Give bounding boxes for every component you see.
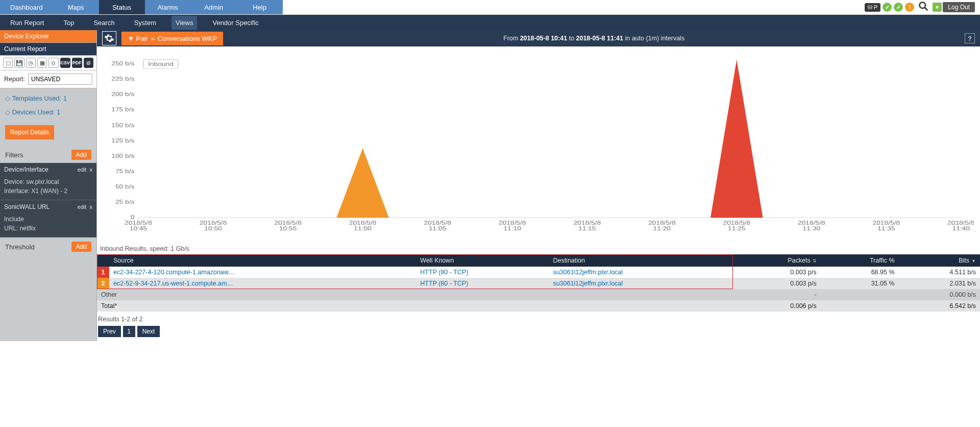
menu-search[interactable]: Search [89, 16, 118, 30]
pager-text: Results 1-2 of 2 [98, 316, 979, 323]
status-pill[interactable]: ⛁ P [865, 3, 880, 12]
layout: Device Explorer Current Report ▢ 💾 ◷ ▦ ⎙… [0, 30, 980, 341]
tab-alarms[interactable]: Alarms [145, 0, 191, 14]
source-cell[interactable]: ec2-34-227-4-120.compute-1.amazonaw… [109, 267, 416, 278]
filters-title: Filters [5, 151, 23, 159]
tb-save-icon[interactable]: 💾 [14, 58, 24, 68]
svg-text:11:00: 11:00 [354, 226, 372, 232]
results-table-wrap: Source Well Known Destination Packets⇅ T… [97, 254, 980, 312]
table-row[interactable]: 1ec2-34-227-4-120.compute-1.amazonaw…HTT… [97, 267, 980, 278]
col-rank[interactable] [97, 254, 109, 267]
filter-device-interface: Device/Interface edit x Device: sw.plxr.… [0, 163, 96, 200]
col-destination[interactable]: Destination [549, 254, 733, 267]
tb-print-icon[interactable]: ⎙ [48, 58, 58, 68]
report-label: Report: [4, 76, 25, 83]
menu-run-report[interactable]: Run Report [6, 16, 48, 30]
range-from: From [503, 35, 518, 42]
col-traffic[interactable]: Traffic % [821, 254, 899, 267]
path-sep: » [151, 35, 155, 42]
svg-text:2018/5/8: 2018/5/8 [200, 220, 227, 226]
source-cell[interactable]: ec2-52-9-34-217.us-west-1.compute.am… [109, 278, 416, 289]
dest-cell[interactable]: su3061l12jeffm.plxr.local [549, 267, 733, 278]
status-ok2-icon[interactable]: ✓ [894, 3, 903, 12]
filter-0-close-icon[interactable]: x [90, 167, 93, 173]
path-prefix: ▼ Pair [128, 35, 148, 42]
tab-maps[interactable]: Maps [53, 0, 99, 14]
svg-text:10:50: 10:50 [204, 226, 222, 232]
svg-text:2018/5/8: 2018/5/8 [873, 220, 900, 226]
tab-help[interactable]: Help [237, 0, 283, 14]
report-path-chip[interactable]: ▼ Pair » Conversations WKP [121, 32, 223, 45]
svg-text:2018/5/8: 2018/5/8 [424, 220, 451, 226]
pager-page-1-button[interactable]: 1 [123, 326, 135, 337]
svg-text:125 b/s: 125 b/s [111, 137, 134, 144]
filter-1-close-icon[interactable]: x [90, 204, 93, 210]
filter-0-edit[interactable]: edit [78, 167, 87, 173]
tb-pdf-icon[interactable]: PDF [72, 58, 82, 68]
menubar: Run Report Top Search System Views Vendo… [0, 15, 980, 30]
tab-dashboard[interactable]: Dashboard [0, 0, 53, 14]
col-bits[interactable]: Bits▼ [899, 254, 980, 267]
menu-system[interactable]: System [130, 16, 160, 30]
threshold-title: Threshold [5, 243, 35, 251]
help-icon[interactable]: ? [965, 33, 975, 43]
svg-text:225 b/s: 225 b/s [111, 76, 134, 82]
col-source[interactable]: Source [109, 254, 416, 267]
templates-used-row[interactable]: ◇ Templates Used: 1 [0, 88, 96, 108]
sidebar-device-explorer[interactable]: Device Explorer [0, 30, 96, 43]
tb-new-icon[interactable]: ▢ [3, 58, 13, 68]
tab-admin[interactable]: Admin [191, 0, 237, 14]
svg-point-0 [920, 2, 926, 8]
bits-cell: 2.031 b/s [899, 278, 980, 289]
chart[interactable]: 025 b/s50 b/s75 b/s100 b/s125 b/s150 b/s… [97, 46, 980, 243]
packets-cell: 0.003 p/s [733, 267, 820, 278]
filter-0-line-0: Device: sw.plxr.local [4, 177, 92, 186]
tb-grid-icon[interactable]: ▦ [37, 58, 47, 68]
tb-csv-icon[interactable]: CSV [60, 58, 70, 68]
menu-views[interactable]: Views [172, 16, 197, 30]
filters-section-header: Filters Add [0, 146, 96, 163]
filters-add-button[interactable]: Add [71, 150, 91, 160]
filter-1-edit[interactable]: edit [78, 204, 87, 210]
table-row[interactable]: 2ec2-52-9-34-217.us-west-1.compute.am…HT… [97, 278, 980, 289]
wellknown-cell[interactable]: HTTP (80 - TCP) [416, 278, 549, 289]
filter-0-line-1: Interface: X1 (WAN) - 2 [4, 186, 92, 196]
packets-cell: 0.003 p/s [733, 278, 820, 289]
svg-text:2018/5/8: 2018/5/8 [125, 220, 152, 226]
svg-text:2018/5/8: 2018/5/8 [798, 220, 825, 226]
filter-1-title: SonicWALL URL [4, 203, 50, 210]
gear-icon[interactable] [102, 31, 116, 45]
search-icon[interactable] [918, 1, 928, 14]
report-name-input[interactable] [28, 74, 92, 85]
traffic-cell: 31.05 % [821, 278, 899, 289]
col-packets[interactable]: Packets⇅ [733, 254, 820, 267]
col-wellknown[interactable]: Well Known [416, 254, 549, 267]
menu-vendor-specific[interactable]: Vendor Specific [208, 16, 262, 30]
report-details-button[interactable]: Report Details [5, 125, 54, 139]
logout-wrap: ▾ Log Out [933, 2, 975, 12]
tb-clock-icon[interactable]: ◷ [26, 58, 36, 68]
wellknown-cell[interactable]: HTTP (80 - TCP) [416, 267, 549, 278]
threshold-add-button[interactable]: Add [71, 242, 91, 252]
svg-text:200 b/s: 200 b/s [111, 91, 134, 98]
svg-text:11:05: 11:05 [429, 226, 447, 232]
svg-text:250 b/s: 250 b/s [111, 61, 134, 67]
tb-email-icon[interactable]: @ [84, 58, 93, 68]
status-warn-icon[interactable]: ! [905, 3, 914, 12]
sidebar-current-report[interactable]: Current Report [0, 43, 96, 56]
devices-used-row[interactable]: ◇ Devices Used: 1 [0, 108, 96, 122]
svg-text:2018/5/8: 2018/5/8 [499, 220, 526, 226]
main-header: ▼ Pair » Conversations WKP From 2018-05-… [97, 30, 980, 46]
pager-next-button[interactable]: Next [137, 326, 160, 337]
filter-1-line-1: URL: netflix [4, 224, 92, 233]
dest-cell[interactable]: su3061l12jeffm.plxr.local [549, 278, 733, 289]
logout-button[interactable]: Log Out [943, 2, 975, 12]
range-to: to [569, 35, 574, 42]
menu-top[interactable]: Top [59, 16, 78, 30]
status-ok-icon[interactable]: ✓ [883, 3, 892, 12]
pager-prev-button[interactable]: Prev [98, 326, 121, 337]
tab-status[interactable]: Status [99, 0, 145, 14]
svg-text:11:40: 11:40 [952, 226, 970, 232]
templates-used-label: Templates Used: [12, 94, 61, 102]
bits-cell: 4.511 b/s [899, 267, 980, 278]
